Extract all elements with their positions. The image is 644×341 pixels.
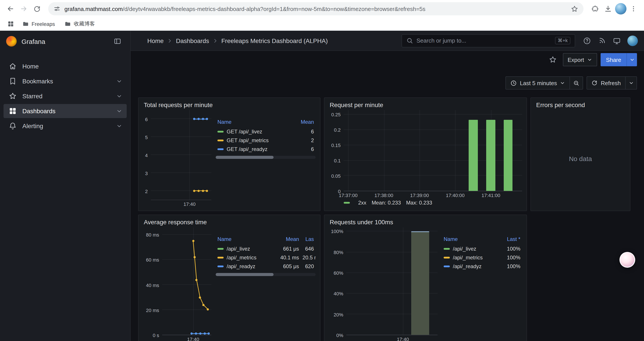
legend-series-name[interactable]: GET /api/_livez	[216, 127, 296, 136]
legend-series-name[interactable]: 2xx	[358, 200, 366, 206]
sidebar-nav: Home Bookmarks Starred Dashboards	[0, 52, 130, 133]
bookmark-folder-blogs[interactable]: 收藏博客	[62, 19, 98, 29]
legend: NameMeanLas/api/_livez661 μs646/api/_met…	[211, 227, 316, 341]
data-point	[198, 118, 200, 120]
chevron-down-icon[interactable]	[116, 93, 122, 99]
y-tick-label: 0 s	[153, 333, 159, 338]
series-color-swatch	[218, 131, 224, 133]
legend-series-name[interactable]: /api/_livez	[442, 244, 499, 253]
back-button[interactable]	[4, 3, 17, 15]
legend-column-header[interactable]: Last *	[499, 235, 522, 244]
news-button[interactable]	[595, 34, 608, 47]
folder-icon	[22, 21, 29, 27]
sidebar-item-home[interactable]: Home	[4, 59, 127, 73]
assistant-avatar-button[interactable]	[620, 252, 635, 268]
downloads-button[interactable]	[602, 3, 614, 15]
y-tick-label: 3	[145, 171, 148, 176]
bookmark-star-icon[interactable]	[571, 5, 578, 13]
time-range-button[interactable]: Last 5 minutes	[506, 76, 570, 90]
apps-grid-button[interactable]	[5, 19, 16, 29]
panel-title[interactable]: Average response time	[143, 218, 316, 227]
legend-series-name[interactable]: GET /api/_metrics	[216, 136, 296, 145]
export-button[interactable]: Export	[563, 53, 597, 66]
chevron-down-icon[interactable]	[116, 78, 122, 84]
bar	[411, 231, 429, 335]
sidebar-item-dashboards[interactable]: Dashboards	[4, 104, 127, 118]
x-tick-label: 17:38:00	[374, 193, 393, 198]
legend-header-row: NameMeanLas	[216, 235, 316, 244]
breadcrumb-home[interactable]: Home	[147, 37, 164, 44]
plot-area[interactable]	[162, 227, 211, 335]
site-settings-icon[interactable]	[54, 5, 60, 12]
user-avatar[interactable]	[627, 35, 638, 46]
scrollbar-thumb[interactable]	[216, 156, 274, 159]
sidebar-item-label: Bookmarks	[22, 78, 53, 85]
legend-series-name[interactable]: GET /api/_readyz	[216, 145, 296, 154]
time-picker-group: Last 5 minutes	[506, 76, 583, 90]
legend-stat: Mean: 0.233	[372, 200, 401, 206]
legend-series-name[interactable]: /api/_readyz	[216, 262, 275, 271]
y-tick-label: 4	[145, 153, 148, 158]
search-input[interactable]	[416, 37, 552, 44]
browser-menu-button[interactable]	[627, 3, 640, 15]
legend-column-header[interactable]: Mean	[275, 235, 301, 244]
favorite-dashboard-button[interactable]	[546, 53, 559, 66]
zoom-out-button[interactable]	[570, 76, 583, 90]
search-box[interactable]: ⌘+k	[402, 34, 575, 47]
legend-table: NameLast */api/_livez100%/api/_metrics10…	[442, 235, 522, 271]
share-menu-button[interactable]	[626, 53, 637, 66]
sidebar-item-bookmarks[interactable]: Bookmarks	[4, 74, 127, 88]
sidebar-item-starred[interactable]: Starred	[4, 89, 127, 103]
sidebar-item-alerting[interactable]: Alerting	[4, 119, 127, 133]
legend-value: 6	[296, 127, 316, 136]
legend-scrollbar[interactable]	[216, 273, 316, 276]
legend-series-name[interactable]: /api/_metrics	[442, 253, 499, 262]
scrollbar-thumb[interactable]	[216, 273, 274, 276]
legend-series-name[interactable]: /api/_metrics	[216, 253, 275, 262]
no-data-message: No data	[535, 110, 626, 207]
browser-profile-avatar[interactable]	[615, 3, 626, 15]
grid-line	[403, 227, 403, 335]
legend-column-header[interactable]: Las	[301, 235, 316, 244]
grafana-logo[interactable]	[6, 36, 17, 47]
chevron-down-icon[interactable]	[116, 108, 122, 114]
legend-series-name[interactable]: /api/_livez	[216, 244, 275, 253]
help-button[interactable]	[580, 34, 594, 47]
share-button[interactable]: Share	[601, 53, 626, 66]
refresh-interval-button[interactable]	[626, 76, 637, 90]
chevron-down-icon[interactable]	[116, 123, 122, 129]
monitor-icon	[613, 37, 621, 45]
panel-title[interactable]: Total requests per minute	[143, 101, 316, 110]
legend-row: /api/_readyz605 μs620	[216, 262, 316, 271]
extensions-button[interactable]	[589, 3, 601, 15]
breadcrumb-dashboards[interactable]: Dashboards	[176, 37, 209, 44]
plot-area[interactable]	[344, 110, 522, 191]
plot-area[interactable]	[151, 110, 211, 200]
legend: 2xxMean: 0.233Max: 0.233	[329, 198, 522, 207]
refresh-button[interactable]: Refresh	[587, 76, 626, 90]
reload-button[interactable]	[31, 3, 43, 15]
legend-series-name[interactable]: /api/_readyz	[442, 262, 499, 271]
legend-row: GET /api/_readyz6	[216, 145, 316, 154]
panel-title[interactable]: Errors per second	[535, 101, 626, 110]
y-tick-label: 20%	[334, 312, 343, 317]
main-area: Home Dashboards Freeleaps Metrics Dashbo…	[131, 31, 644, 341]
legend-column-header[interactable]: Name	[442, 235, 499, 244]
legend-scrollbar[interactable]	[216, 156, 316, 159]
plot-area[interactable]	[346, 227, 438, 335]
legend-column-header[interactable]: Mean	[296, 118, 316, 127]
legend-value: 100%	[499, 244, 522, 253]
grafana-app: Grafana Home Bookmarks Starred	[0, 31, 644, 341]
y-axis: 100%80%60%40%20%0%	[329, 227, 346, 335]
legend-column-header[interactable]: Name	[216, 235, 275, 244]
forward-button[interactable]	[18, 3, 30, 15]
legend-column-header[interactable]: Name	[216, 118, 296, 127]
address-bar[interactable]: grafana.mathmast.com/d/deytv4rwavabkb/fr…	[48, 2, 584, 15]
panel-request-per-minute: Request per minute 0.250.20.150.10.050 1…	[324, 97, 527, 211]
panel-title[interactable]: Requests under 100ms	[329, 218, 522, 227]
collapse-sidebar-button[interactable]	[111, 35, 124, 48]
bookmark-folder-freeleaps[interactable]: Freeleaps	[19, 19, 58, 29]
panel-title[interactable]: Request per minute	[329, 101, 522, 110]
kiosk-mode-button[interactable]	[610, 34, 624, 47]
data-point	[206, 118, 208, 120]
